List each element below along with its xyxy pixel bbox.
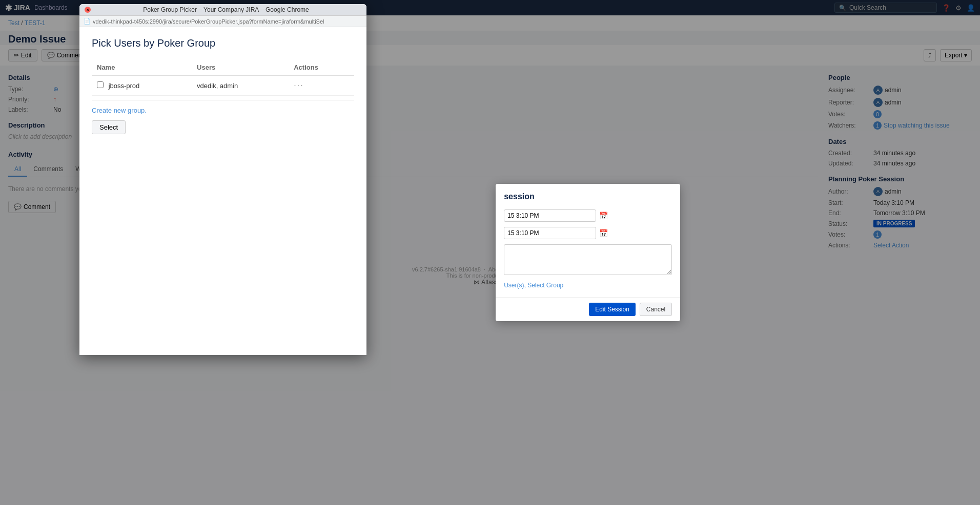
col-users-header: Users [192, 59, 289, 76]
end-date-wrap: 📅 [504, 227, 672, 239]
select-group-link[interactable]: Select Group [527, 282, 563, 289]
end-date-row: 📅 [504, 227, 672, 239]
picker-divider [92, 100, 354, 100]
notes-row [504, 244, 672, 277]
url-text: vdedik-thinkpad-t450s:2990/jira/secure/P… [93, 18, 324, 25]
group-name-cell: jboss-prod [92, 76, 192, 96]
url-icon: 📄 [84, 18, 91, 25]
select-users-link[interactable]: User(s) [504, 282, 524, 289]
notes-textarea[interactable] [504, 244, 672, 275]
start-date-input[interactable] [504, 209, 596, 222]
edit-session-dialog: session 📅 📅 User(s), Select Group Edit S… [496, 184, 680, 292]
col-name-header: Name [92, 59, 192, 76]
start-calendar-icon[interactable]: 📅 [599, 212, 608, 220]
end-date-input[interactable] [504, 227, 596, 239]
create-group-link[interactable]: Create new group. [92, 107, 354, 114]
chrome-close-button[interactable]: ✕ [85, 7, 91, 13]
chrome-window: ✕ Poker Group Picker – Your Company JIRA… [79, 4, 366, 292]
participants-row: User(s), Select Group [504, 282, 672, 289]
start-date-row: 📅 [504, 209, 672, 222]
picker-table: Name Users Actions jboss- [92, 59, 354, 96]
actions-dots[interactable]: ··· [294, 81, 303, 90]
col-actions-header: Actions [289, 59, 354, 76]
dialog-body: session 📅 📅 User(s), Select Group [496, 184, 680, 292]
start-date-wrap: 📅 [504, 209, 672, 222]
picker-content: Pick Users by Poker Group Name Users Act… [79, 27, 366, 144]
dialog-title: session [504, 192, 672, 201]
chrome-window-title: Poker Group Picker – Your Company JIRA –… [91, 6, 361, 13]
chrome-content: Pick Users by Poker Group Name Users Act… [79, 27, 366, 292]
group-checkbox[interactable] [97, 81, 104, 88]
picker-title: Pick Users by Poker Group [92, 37, 354, 49]
chrome-titlebar: ✕ Poker Group Picker – Your Company JIRA… [79, 4, 366, 16]
table-row: jboss-prod vdedik, admin ··· [92, 76, 354, 96]
select-button[interactable]: Select [92, 120, 126, 134]
chrome-url-bar: 📄 vdedik-thinkpad-t450s:2990/jira/secure… [79, 16, 366, 27]
end-calendar-icon[interactable]: 📅 [599, 229, 608, 237]
group-users-cell: vdedik, admin [192, 76, 289, 96]
group-actions-cell: ··· [289, 76, 354, 96]
